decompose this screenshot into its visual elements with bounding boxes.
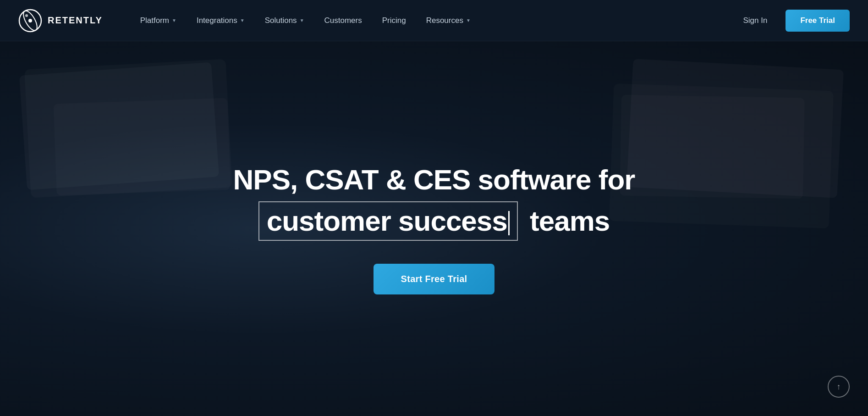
hero-title-after: teams [530,205,610,237]
hero-title-line2: customer success teams [233,201,635,241]
bg-decoration-3 [626,59,844,198]
bg-decoration-1 [19,62,219,190]
nav-label-solutions: Solutions [265,16,297,25]
hero-content: NPS, CSAT & CES software for customer su… [233,163,635,295]
nav-links: Platform ▼ Integrations ▼ Solutions ▼ Cu… [130,11,734,30]
nav-item-platform[interactable]: Platform ▼ [130,11,187,30]
nav-label-integrations: Integrations [197,16,237,25]
nav-item-pricing[interactable]: Pricing [372,11,416,30]
chevron-down-icon: ▼ [240,18,245,23]
bg-decoration-4 [620,95,805,199]
nav-item-solutions[interactable]: Solutions ▼ [255,11,314,30]
logo[interactable]: RETENTLY [18,9,103,33]
nav-label-pricing: Pricing [382,16,406,25]
svg-point-3 [25,14,28,17]
arrow-up-icon: ↑ [837,382,841,392]
hero-highlight-box: customer success [258,201,518,241]
nav-label-platform: Platform [140,16,169,25]
bg-decoration-2 [54,98,231,195]
chevron-down-icon: ▼ [466,18,471,23]
text-cursor [508,211,510,235]
start-free-trial-button[interactable]: Start Free Trial [374,264,495,294]
chevron-down-icon: ▼ [300,18,304,23]
nav-item-integrations[interactable]: Integrations ▼ [187,11,255,30]
hero-title-line1: NPS, CSAT & CES software for [233,163,635,197]
nav-right: Sign In Free Trial [734,10,850,32]
nav-item-resources[interactable]: Resources ▼ [416,11,481,30]
brand-name: RETENTLY [48,15,103,26]
scroll-to-top-button[interactable]: ↑ [828,376,850,398]
hero-section: NPS, CSAT & CES software for customer su… [0,41,868,416]
hero-highlighted-text: customer success [267,205,507,237]
chevron-down-icon: ▼ [172,18,176,23]
navbar: RETENTLY Platform ▼ Integrations ▼ Solut… [0,0,868,41]
nav-label-customers: Customers [324,16,362,25]
free-trial-nav-button[interactable]: Free Trial [786,10,850,32]
svg-point-2 [28,19,32,22]
logo-icon [18,9,42,33]
nav-label-resources: Resources [426,16,463,25]
sign-in-button[interactable]: Sign In [734,11,776,30]
nav-item-customers[interactable]: Customers [314,11,372,30]
